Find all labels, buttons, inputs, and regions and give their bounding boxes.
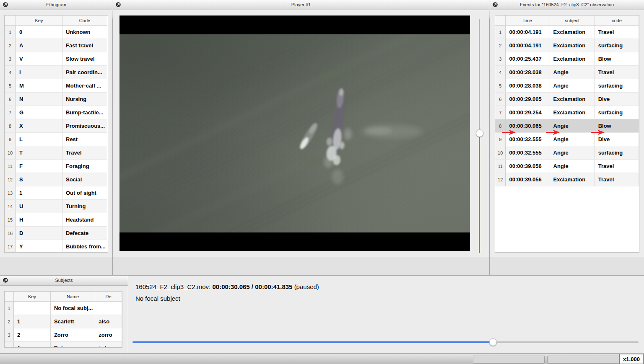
table-row[interactable]: 2AFast travel (5, 39, 107, 52)
player-vertical-slider-track[interactable] (479, 19, 480, 129)
ethogram-table-container: Key Code 10Unknown2AFast travel3VSlow tr… (4, 15, 108, 253)
subjects-table: Key Name De 1No focal subj...21Scarletta… (5, 292, 122, 348)
ethogram-panel: Ethogram Key Code 10Unknown2AFast travel… (0, 0, 112, 257)
subjects-panel-titlebar[interactable]: Subjects (0, 276, 128, 286)
table-row[interactable]: 131Out of sight (5, 186, 107, 200)
column-header[interactable]: Name (50, 292, 95, 302)
ethogram-panel-titlebar[interactable]: Ethogram (0, 0, 112, 10)
panel-divider[interactable] (128, 276, 128, 353)
events-panel-titlebar[interactable]: Events for “160524_F2_clip3_C2” observat… (490, 0, 644, 10)
table-row[interactable]: 10Unknown (5, 26, 107, 39)
table-row[interactable]: 3VSlow travel (5, 52, 107, 66)
table-row[interactable]: 1100:00:39.056AngieTravel (495, 160, 639, 173)
media-status-line: 160524_F2_clip3_C2.mov: 00:00:30.065 / 0… (135, 283, 319, 290)
player-panel-titlebar[interactable]: Player #1 (113, 0, 489, 10)
panel-divider[interactable] (112, 18, 113, 275)
table-row[interactable]: 4IPair coordin... (5, 66, 107, 79)
table-row[interactable]: 15HHeadstand (5, 213, 107, 227)
aerial-whale-video-still (119, 34, 470, 232)
table-row[interactable]: 1000:00:32.555Angiesurfacing (495, 146, 639, 160)
table-row[interactable]: 17YBubbles from... (5, 240, 107, 253)
column-header[interactable] (5, 15, 16, 26)
panel-divider[interactable] (489, 18, 490, 275)
table-row[interactable]: 500:00:28.038Angiesurfacing (495, 79, 639, 93)
ethogram-table: Key Code 10Unknown2AFast travel3VSlow tr… (5, 15, 107, 253)
table-row[interactable]: 600:00:29.005ExclamationDive (495, 93, 639, 106)
column-header[interactable]: subject (550, 15, 595, 26)
column-header[interactable]: code (595, 15, 639, 26)
table-row[interactable]: 100:00:04.191ExclamationTravel (495, 26, 639, 39)
subjects-table-container: Key Name De 1No focal subj...21Scarletta… (4, 291, 122, 348)
column-header[interactable]: Key (14, 292, 51, 302)
table-row[interactable]: 200:00:04.191Exclamationsurfacing (495, 39, 639, 52)
playback-speed: x1.000 (619, 354, 644, 364)
table-row[interactable]: 8XPromiscuous... (5, 119, 107, 133)
table-row[interactable]: 6NNursing (5, 93, 107, 106)
column-header[interactable]: Key (16, 15, 62, 26)
table-row[interactable]: 32Zorrozorro (5, 328, 122, 342)
table-row[interactable]: 21Scarlettalso (5, 315, 122, 328)
table-row[interactable]: 400:00:28.038AngieTravel (495, 66, 639, 79)
subjects-panel: Subjects Key Name De 1No focal subj...21… (0, 276, 128, 353)
player-panel: Player #1 (113, 0, 489, 257)
events-table: time subject code 100:00:04.191Exclamati… (495, 15, 639, 186)
table-row[interactable]: 5MMother-calf ... (5, 79, 107, 93)
float-panel-icon[interactable] (492, 2, 498, 8)
panel-title: Ethogram (46, 2, 66, 7)
seek-slider-track[interactable] (497, 341, 639, 343)
player-vertical-slider-handle[interactable] (476, 129, 483, 137)
media-state: (paused) (294, 283, 319, 290)
column-header[interactable]: De (95, 292, 122, 302)
panel-title: Player #1 (291, 2, 311, 7)
statusbar-well (473, 356, 545, 364)
status-bar: x1.000 (0, 353, 644, 364)
table-row[interactable]: 9LRest (5, 133, 107, 146)
statusbar-well (547, 356, 619, 364)
float-panel-icon[interactable] (115, 2, 121, 8)
video-frame[interactable] (119, 15, 470, 251)
playback-position-flag-icon (502, 129, 517, 135)
table-row[interactable]: 1200:00:39.056ExclamationTravel (495, 173, 639, 186)
playback-position-flag-icon (591, 129, 606, 135)
media-filename: 160524_F2_clip3_C2.mov: (135, 283, 210, 290)
column-header[interactable] (5, 292, 14, 302)
focal-subject-label: No focal subject (135, 295, 180, 302)
table-row[interactable]: 16DDefecate (5, 227, 107, 240)
table-row[interactable]: 10TTravel (5, 146, 107, 160)
table-row[interactable]: 12SSocial (5, 173, 107, 186)
float-panel-icon[interactable] (2, 2, 8, 8)
seek-slider-handle[interactable] (489, 338, 497, 346)
table-row[interactable]: 43Twintwin (5, 342, 122, 348)
table-row[interactable]: 11FForaging (5, 160, 107, 173)
panel-title: Events for “160524_F2_clip3_C2” observat… (520, 2, 614, 7)
media-info-area: 160524_F2_clip3_C2.mov: 00:00:30.065 / 0… (128, 276, 644, 353)
column-header[interactable]: Code (62, 15, 107, 26)
panel-title: Subjects (55, 278, 73, 283)
player-vertical-slider-fill[interactable] (479, 136, 480, 253)
float-panel-icon[interactable] (2, 277, 8, 284)
seek-slider-fill[interactable] (132, 341, 494, 343)
column-header[interactable]: time (506, 15, 550, 26)
media-time: 00:00:30.065 / 00:00:41.835 (212, 283, 292, 290)
table-row[interactable]: 700:00:29.254Exclamationsurfacing (495, 106, 639, 119)
events-panel: Events for “160524_F2_clip3_C2” observat… (490, 0, 644, 257)
boris-app: Ethogram Key Code 10Unknown2AFast travel… (0, 0, 644, 364)
panel-divider[interactable] (0, 275, 644, 276)
column-header[interactable] (495, 15, 506, 26)
table-row[interactable]: 1No focal subj... (5, 302, 122, 315)
table-row[interactable]: 14UTurning (5, 200, 107, 213)
playback-position-flag-icon (546, 129, 561, 135)
table-row[interactable]: 300:00:25.437ExclamationBlow (495, 52, 639, 66)
table-row[interactable]: 7GBump-tactile... (5, 106, 107, 119)
